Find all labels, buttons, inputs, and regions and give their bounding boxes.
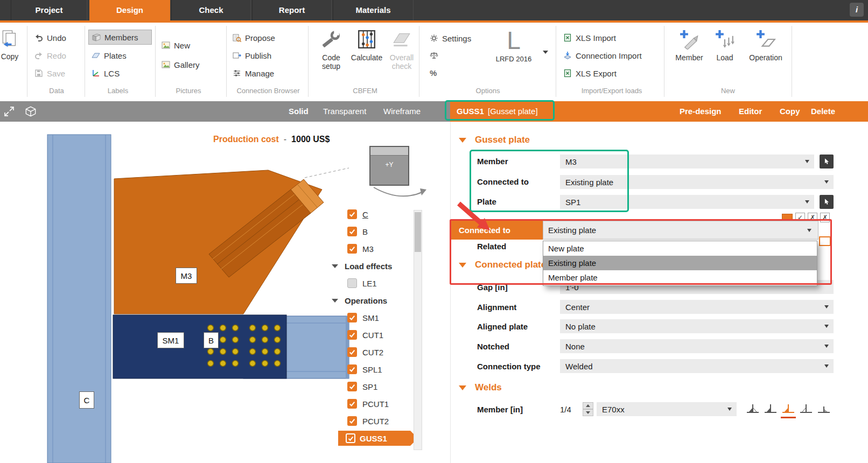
gallery-button[interactable]: Gallery bbox=[162, 58, 200, 72]
tree-item-pcut1[interactable]: PCUT1 bbox=[327, 397, 389, 410]
settings-button[interactable]: Settings bbox=[430, 31, 471, 45]
weld-size-step-down[interactable] bbox=[583, 409, 593, 416]
section-gusset-plate[interactable]: Gusset plate bbox=[459, 135, 530, 145]
member-pick-button[interactable] bbox=[820, 155, 834, 169]
xls-import-button[interactable]: XLS Import bbox=[563, 31, 616, 45]
tree-item-b[interactable]: B bbox=[327, 225, 368, 238]
section-welds[interactable]: Welds bbox=[459, 382, 502, 393]
delete-operation-button[interactable]: Delete bbox=[811, 101, 835, 122]
checkbox-checked-icon[interactable] bbox=[347, 209, 357, 219]
tree-item-cut2[interactable]: CUT2 bbox=[327, 346, 383, 359]
copy-button[interactable]: Copy bbox=[0, 29, 23, 61]
alignment-select[interactable]: Center bbox=[560, 300, 834, 314]
tab-project[interactable]: Project bbox=[11, 0, 87, 20]
dropdown-option-new-plate[interactable]: New plate bbox=[543, 241, 817, 256]
member-select[interactable]: M3 bbox=[560, 155, 814, 169]
dropdown-option-existing-plate-selected[interactable]: Existing plate bbox=[543, 256, 817, 270]
xls-export-button[interactable]: XLS Export bbox=[563, 66, 617, 80]
save-button[interactable]: Save bbox=[34, 66, 65, 80]
tab-design[interactable]: Design bbox=[89, 0, 170, 20]
checkbox-checked-icon[interactable] bbox=[347, 347, 357, 357]
view-mode-solid[interactable]: Solid bbox=[289, 101, 309, 122]
view-cube[interactable]: +Y bbox=[369, 146, 409, 186]
pre-design-button[interactable]: Pre-design bbox=[680, 101, 722, 122]
tab-check[interactable]: Check bbox=[171, 0, 251, 20]
new-operation-button[interactable]: Operation bbox=[743, 29, 788, 62]
propose-button[interactable]: Propose bbox=[233, 31, 275, 45]
units-button[interactable] bbox=[430, 48, 438, 62]
calculate-button[interactable]: Calculate bbox=[349, 29, 384, 62]
checkbox-checked-icon[interactable] bbox=[347, 382, 357, 391]
section-collapse-icon[interactable] bbox=[459, 263, 466, 268]
aligned-plate-select[interactable]: No plate bbox=[560, 319, 834, 333]
connection-type-select[interactable]: Welded bbox=[560, 359, 834, 373]
redo-button[interactable]: Redo bbox=[34, 48, 66, 62]
checkbox-checked-icon[interactable] bbox=[347, 399, 357, 409]
checkbox-checked-icon[interactable] bbox=[347, 364, 357, 374]
code-dropdown-caret[interactable] bbox=[543, 51, 548, 54]
weld-size-step-up[interactable] bbox=[583, 402, 593, 409]
view-mode-transparent[interactable]: Transparent bbox=[323, 101, 366, 122]
copy-operation-button[interactable]: Copy bbox=[780, 101, 800, 122]
tab-report[interactable]: Report bbox=[252, 0, 332, 20]
design-code-button[interactable]: L LRFD 2016 bbox=[487, 28, 540, 64]
plates-toggle[interactable]: Plates bbox=[92, 48, 127, 62]
annotation-connected-to-select[interactable]: Existing plate bbox=[543, 221, 818, 240]
tree-group-operations[interactable]: Operations bbox=[327, 294, 387, 307]
checkbox-checked-icon[interactable] bbox=[347, 227, 357, 236]
checkbox-checked-icon[interactable] bbox=[347, 313, 357, 322]
weld-type-selected-button[interactable] bbox=[781, 401, 796, 416]
tree-item-m3[interactable]: M3 bbox=[327, 242, 374, 255]
code-setup-button[interactable]: Code setup bbox=[314, 29, 348, 71]
new-member-button[interactable]: Member bbox=[672, 29, 706, 62]
checkbox-unchecked-icon[interactable] bbox=[347, 278, 357, 288]
tree-item-cut1[interactable]: CUT1 bbox=[327, 328, 383, 341]
tree-item-sm1[interactable]: SM1 bbox=[327, 311, 379, 324]
rotate-arrow-icon[interactable] bbox=[370, 184, 430, 204]
weld-size-value[interactable]: 1/4 bbox=[560, 405, 571, 414]
tab-materials[interactable]: Materials bbox=[333, 0, 414, 20]
picture-new-button[interactable]: New bbox=[162, 38, 190, 52]
editor-button[interactable]: Editor bbox=[739, 101, 762, 122]
checkbox-checked-icon[interactable] bbox=[347, 330, 357, 340]
electrode-select[interactable]: E70xx bbox=[597, 402, 737, 416]
weld-type-bevel-button[interactable] bbox=[799, 401, 814, 416]
tree-scrollbar-thumb[interactable] bbox=[415, 212, 421, 252]
overall-check-button[interactable]: Overall check bbox=[386, 29, 418, 71]
tree-item-le1[interactable]: LE1 bbox=[327, 277, 377, 290]
collapse-icon[interactable] bbox=[332, 264, 338, 268]
section-collapse-icon[interactable] bbox=[459, 138, 466, 143]
weld-type-fillet-button[interactable] bbox=[763, 401, 778, 416]
tree-item-spl1[interactable]: SPL1 bbox=[327, 363, 382, 376]
dropdown-option-member-plate[interactable]: Member plate bbox=[543, 270, 817, 285]
lcs-toggle[interactable]: LCS bbox=[92, 66, 120, 80]
checkbox-checked-icon[interactable] bbox=[347, 416, 357, 426]
collapse-icon[interactable] bbox=[332, 299, 338, 303]
plate-select[interactable]: SP1 bbox=[560, 195, 814, 209]
solid-view-icon[interactable] bbox=[24, 104, 38, 121]
info-icon[interactable]: i bbox=[850, 3, 864, 17]
plate-pick-button[interactable] bbox=[820, 195, 834, 209]
manage-button[interactable]: Manage bbox=[233, 66, 274, 80]
connection-import-button[interactable]: Connection Import bbox=[563, 48, 642, 62]
notched-select[interactable]: None bbox=[560, 339, 834, 353]
percent-button[interactable]: % bbox=[430, 66, 437, 80]
connected-to-select[interactable]: Existing plate bbox=[560, 175, 834, 189]
tree-group-load-effects[interactable]: Load effects bbox=[327, 259, 392, 272]
section-collapse-icon[interactable] bbox=[459, 385, 466, 390]
publish-button[interactable]: Publish bbox=[233, 48, 271, 62]
weld-type-butt-button[interactable] bbox=[816, 401, 831, 416]
members-toggle[interactable]: Members bbox=[88, 30, 152, 45]
tree-item-pcut2[interactable]: PCUT2 bbox=[327, 415, 389, 427]
fullscreen-icon[interactable] bbox=[4, 106, 15, 119]
tree-item-guss1-selected[interactable]: GUSS1 bbox=[338, 431, 410, 446]
section-connected-plates[interactable]: Connected plates bbox=[459, 259, 551, 270]
view-mode-wireframe[interactable]: Wireframe bbox=[383, 101, 421, 122]
new-load-button[interactable]: Load bbox=[710, 29, 740, 62]
edit-plate-icon[interactable] bbox=[819, 236, 831, 246]
tree-item-sp1[interactable]: SP1 bbox=[327, 380, 377, 393]
tree-item-c[interactable]: C bbox=[327, 208, 368, 221]
weld-type-both-sides-button[interactable] bbox=[745, 401, 760, 416]
checkbox-checked-icon[interactable] bbox=[346, 433, 355, 443]
cancel-icon[interactable]: ✗ bbox=[820, 213, 830, 222]
